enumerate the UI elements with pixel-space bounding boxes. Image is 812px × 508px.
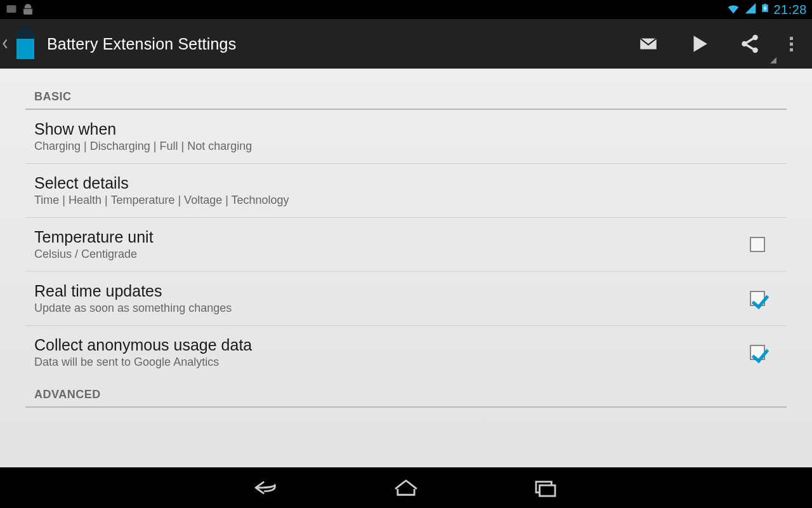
pref-select-details[interactable]: Select details Time | Health | Temperatu… [25, 164, 787, 218]
pref-title: Temperature unit [34, 228, 750, 246]
svg-rect-0 [7, 5, 16, 13]
navigation-bar [0, 467, 812, 508]
mail-button[interactable] [623, 19, 674, 69]
pref-title: Collect anonymous usage data [34, 336, 750, 354]
app-battery-icon[interactable] [10, 29, 41, 59]
play-store-button[interactable] [674, 19, 724, 69]
checkbox-temperature-unit[interactable] [750, 237, 765, 252]
overflow-menu-button[interactable] [775, 19, 807, 69]
status-clock: 21:28 [773, 3, 807, 17]
share-button[interactable] [724, 19, 775, 69]
wifi-icon [726, 1, 740, 18]
signal-icon [744, 2, 757, 18]
svg-rect-2 [764, 4, 767, 5]
section-header-basic: BASIC [25, 69, 787, 110]
pref-title: Show when [34, 120, 778, 138]
pref-summary: Data will be sent to Google Analytics [34, 356, 750, 369]
pref-collect-usage-data[interactable]: Collect anonymous usage data Data will b… [25, 326, 787, 379]
pref-summary: Celsius / Centigrade [34, 248, 750, 261]
notification-icon [5, 3, 18, 16]
nav-recents-button[interactable] [527, 475, 565, 500]
pref-title: Select details [34, 174, 778, 192]
android-icon [22, 3, 34, 16]
pref-title: Real time updates [34, 282, 750, 300]
pref-title [34, 418, 778, 429]
svg-rect-10 [540, 485, 555, 496]
svg-rect-5 [16, 39, 34, 59]
checkbox-real-time-updates[interactable] [750, 291, 765, 306]
back-caret-icon[interactable] [0, 19, 10, 69]
pref-temperature-unit[interactable]: Temperature unit Celsius / Centigrade [25, 218, 787, 272]
pref-show-when[interactable]: Show when Charging | Discharging | Full … [25, 110, 787, 164]
pref-summary: Update as soon as something changes [34, 302, 750, 315]
pref-real-time-updates[interactable]: Real time updates Update as soon as some… [25, 272, 787, 326]
svg-rect-3 [22, 27, 29, 31]
nav-home-button[interactable] [387, 475, 425, 500]
page-title: Battery Extension Settings [47, 35, 236, 53]
nav-back-button[interactable] [247, 475, 285, 500]
pref-advanced-item[interactable] [25, 408, 787, 431]
pref-summary: Charging | Discharging | Full | Not char… [34, 140, 778, 153]
pref-summary: Time | Health | Temperature | Voltage | … [34, 194, 778, 207]
settings-list[interactable]: BASIC Show when Charging | Discharging |… [0, 69, 812, 467]
action-bar: Battery Extension Settings [0, 19, 812, 69]
battery-charging-icon [761, 1, 769, 18]
status-bar: 21:28 [0, 0, 812, 19]
section-header-advanced: ADVANCED [25, 379, 787, 408]
checkbox-collect-usage-data[interactable] [750, 345, 765, 360]
